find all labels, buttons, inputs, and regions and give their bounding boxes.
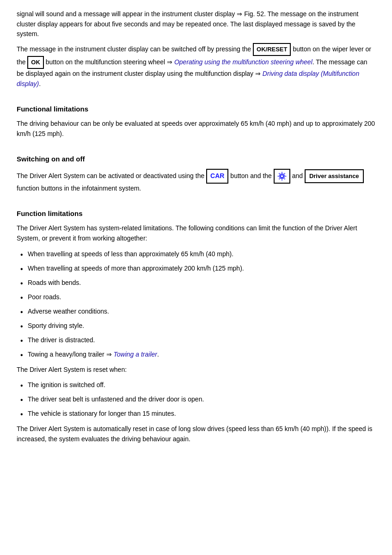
- switching-prefix: The Driver Alert System can be activated…: [17, 172, 204, 179]
- switching-body: The Driver Alert System can be activated…: [17, 169, 375, 194]
- functional-limitations-1-body: The driving behaviour can be only be eva…: [17, 119, 375, 139]
- driving-data-link[interactable]: Driving data display (Multifunction disp…: [17, 70, 359, 87]
- function-limitations-2-intro: The Driver Alert System has system-relat…: [17, 223, 375, 243]
- list-item: Sporty driving style.: [17, 321, 375, 331]
- function-limitations-2-section: Function limitations The Driver Alert Sy…: [17, 209, 375, 444]
- functional-limitations-1-section: Functional limitations The driving behav…: [17, 104, 375, 139]
- svg-point-0: [281, 175, 283, 178]
- ok-reset-button: OK/RESET: [253, 43, 291, 56]
- function-limitations-2-title: Function limitations: [17, 209, 375, 219]
- list-item: The vehicle is stationary for longer tha…: [17, 409, 375, 419]
- multifunction-link[interactable]: Operating using the multifunction steeri…: [174, 58, 312, 66]
- list-item: Poor roads.: [17, 292, 375, 302]
- list-item: The ignition is switched off.: [17, 380, 375, 390]
- ok-button: OK: [27, 56, 44, 69]
- functional-limitations-1-title: Functional limitations: [17, 104, 375, 115]
- reset-intro: The Driver Alert System is reset when:: [17, 365, 375, 375]
- car-button: CAR: [206, 169, 228, 184]
- switching-section: Switching on and off The Driver Alert Sy…: [17, 154, 375, 194]
- towing-link[interactable]: Towing a trailer: [114, 351, 157, 358]
- switching-title: Switching on and off: [17, 154, 375, 165]
- switching-mid: button and the: [230, 172, 273, 179]
- driver-assistance-button: Driver assistance: [305, 169, 364, 183]
- intro-section: signal will sound and a message will app…: [17, 9, 375, 89]
- intro-para2: The message in the instrument cluster di…: [17, 43, 375, 89]
- list-item: Towing a heavy/long trailer ⇒ Towing a t…: [17, 350, 375, 359]
- intro-para2-suffix: button on the multifunction steering whe…: [17, 58, 368, 87]
- reset-list: The ignition is switched off. The driver…: [17, 380, 375, 419]
- settings-button: [274, 169, 290, 184]
- switching-mid2: and: [292, 172, 305, 179]
- list-item: Roads with bends.: [17, 278, 375, 288]
- list-item: When travelling at speeds of less than a…: [17, 249, 375, 259]
- list-item: The driver is distracted.: [17, 335, 375, 345]
- list-item: The driver seat belt is unfastened and t…: [17, 395, 375, 404]
- intro-para1: signal will sound and a message will app…: [17, 9, 375, 39]
- closing-para: The Driver Alert System is automatically…: [17, 424, 375, 444]
- list-item: When travelling at speeds of more than a…: [17, 264, 375, 273]
- intro-para2-prefix: The message in the instrument cluster di…: [17, 45, 251, 53]
- list-item: Adverse weather conditions.: [17, 307, 375, 316]
- settings-gear-icon: [277, 171, 287, 181]
- function-limitations-list: When travelling at speeds of less than a…: [17, 249, 375, 359]
- switching-suffix: function buttons in the infotainment sys…: [17, 185, 141, 192]
